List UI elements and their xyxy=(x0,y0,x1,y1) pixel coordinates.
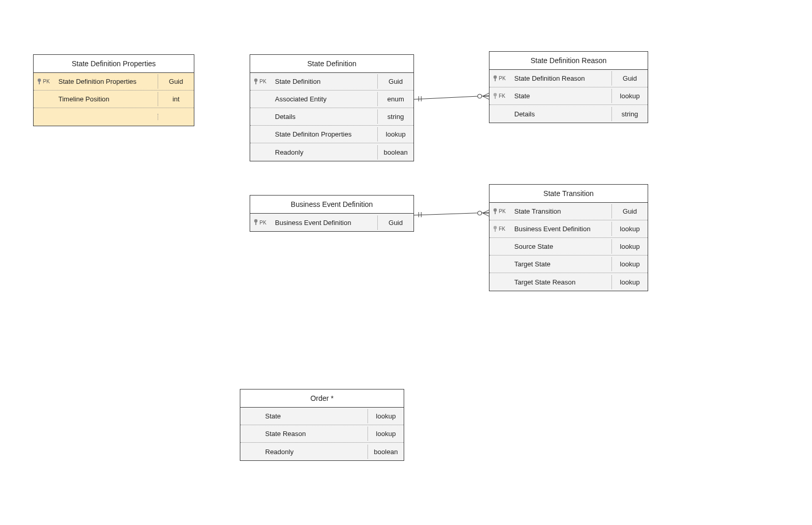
field-name: Business Event Definition xyxy=(512,222,611,236)
svg-line-20 xyxy=(483,96,489,99)
key-cell: PK xyxy=(489,208,512,215)
field-name: State Transition xyxy=(512,204,611,218)
entity-title: State Transition xyxy=(489,185,648,203)
entity-title: State Definition Properties xyxy=(34,55,194,73)
svg-line-14 xyxy=(414,96,489,99)
field-type: boolean xyxy=(377,145,413,159)
entity-body: State lookup State Reason lookup Readonl… xyxy=(240,408,404,460)
table-row: State Reason lookup xyxy=(240,425,404,443)
field-type: lookup xyxy=(367,427,404,441)
table-row: Details string xyxy=(489,105,648,123)
key-cell: FK xyxy=(489,226,512,233)
key-icon xyxy=(37,78,42,85)
field-type: Guid xyxy=(158,74,194,88)
key-cell: PK xyxy=(34,78,56,85)
entity-state-transition: State Transition PK State Transition Gui… xyxy=(489,184,648,291)
table-row: Details string xyxy=(250,108,413,126)
field-name: Target State xyxy=(512,257,611,271)
table-row: PK State Definition Reason Guid xyxy=(489,70,648,87)
field-name: State Definition Properties xyxy=(56,74,158,88)
table-row: PK State Definition Properties Guid xyxy=(34,73,194,91)
table-row: Readonly boolean xyxy=(240,443,404,460)
field-type: Guid xyxy=(377,216,413,230)
entity-title: State Definition Reason xyxy=(489,52,648,70)
key-icon xyxy=(493,75,498,82)
table-row: Timeline Position int xyxy=(34,91,194,108)
field-type: Guid xyxy=(611,204,648,218)
field-name: State xyxy=(263,409,367,423)
field-type: boolean xyxy=(367,445,404,459)
entity-body: PK State Transition Guid FK Business Eve… xyxy=(489,203,648,291)
field-name: Details xyxy=(512,107,611,121)
svg-point-24 xyxy=(478,211,482,215)
key-cell: PK xyxy=(250,78,273,85)
field-name: Readonly xyxy=(263,445,367,459)
field-type: int xyxy=(158,92,194,106)
table-row: Target State lookup xyxy=(489,256,648,273)
table-row: FK State lookup xyxy=(489,87,648,105)
key-icon xyxy=(253,219,258,226)
table-row: Source State lookup xyxy=(489,238,648,256)
svg-rect-13 xyxy=(495,229,496,232)
table-row: FK Business Event Definition lookup xyxy=(489,220,648,238)
field-type: lookup xyxy=(611,222,648,236)
svg-rect-5 xyxy=(495,78,496,81)
key-label: PK xyxy=(259,220,266,226)
key-icon xyxy=(253,78,258,85)
entity-body: PK State Definition Guid Associated Enti… xyxy=(250,73,413,161)
field-type: Guid xyxy=(611,71,648,85)
field-name: Readonly xyxy=(273,145,377,159)
key-cell: FK xyxy=(489,93,512,100)
key-label: PK xyxy=(499,76,505,81)
entity-body: PK State Definition Reason Guid FK State… xyxy=(489,70,648,123)
field-name: State xyxy=(512,89,611,103)
entity-order: Order * State lookup State Reason lookup… xyxy=(240,389,404,461)
key-label: FK xyxy=(499,93,505,99)
key-cell: PK xyxy=(250,219,273,226)
table-row: PK State Transition Guid xyxy=(489,203,648,220)
entity-business-event-definition: Business Event Definition PK Business Ev… xyxy=(250,195,414,232)
entity-title: Business Event Definition xyxy=(250,196,413,214)
table-row: Associated Entity enum xyxy=(250,91,413,108)
svg-line-27 xyxy=(483,213,489,216)
field-name: Details xyxy=(273,110,377,124)
field-type: enum xyxy=(377,92,413,106)
field-name: Target State Reason xyxy=(512,275,611,289)
field-type: lookup xyxy=(611,239,648,253)
key-icon xyxy=(493,226,498,233)
field-type: lookup xyxy=(611,89,648,103)
field-type: Guid xyxy=(377,74,413,88)
field-name: State Reason xyxy=(263,427,367,441)
field-type: lookup xyxy=(367,409,404,423)
field-type: lookup xyxy=(611,257,648,271)
table-row: PK State Definition Guid xyxy=(250,73,413,91)
table-row: State Definiton Properties lookup xyxy=(250,126,413,143)
svg-rect-3 xyxy=(255,81,256,84)
field-type: lookup xyxy=(611,275,648,289)
table-row: PK Business Event Definition Guid xyxy=(250,214,413,231)
key-icon xyxy=(493,93,498,100)
table-row: Target State Reason lookup xyxy=(489,273,648,291)
field-name: State Definition Reason xyxy=(512,71,611,85)
entity-title: State Definition xyxy=(250,55,413,73)
field-name: State Definition xyxy=(273,74,377,88)
svg-line-21 xyxy=(414,213,489,215)
key-label: PK xyxy=(499,208,505,214)
key-label: PK xyxy=(259,79,266,84)
key-cell: PK xyxy=(489,75,512,82)
key-label: PK xyxy=(43,79,50,84)
svg-rect-9 xyxy=(255,222,256,225)
svg-rect-7 xyxy=(495,96,496,99)
connector-statedef-to-reason xyxy=(414,93,489,101)
field-name: State Definiton Properties xyxy=(273,127,377,141)
field-name: Source State xyxy=(512,239,611,253)
svg-line-18 xyxy=(483,93,489,96)
field-name: Associated Entity xyxy=(273,92,377,106)
field-name: Timeline Position xyxy=(56,92,158,106)
entity-body: PK State Definition Properties Guid Time… xyxy=(34,73,194,126)
svg-point-17 xyxy=(478,94,482,98)
field-name: Business Event Definition xyxy=(273,216,377,230)
entity-title: Order * xyxy=(240,389,404,408)
svg-rect-1 xyxy=(39,81,40,84)
entity-state-definition: State Definition PK State Definition Gui… xyxy=(250,54,414,161)
